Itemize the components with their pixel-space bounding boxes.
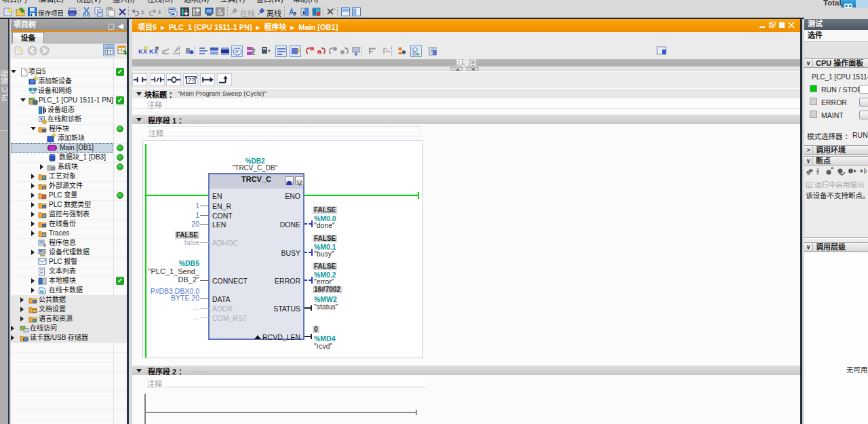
svg-text:??: ?? [188,77,195,83]
svg-text:K: K [149,48,154,55]
svg-text:±: ± [268,48,271,53]
svg-text:?: ? [293,11,297,17]
svg-text:x: x [318,51,320,55]
svg-text:K: K [138,48,143,55]
svg-text:±: ± [253,47,256,52]
svg-text:x: x [311,47,313,52]
svg-text:I: I [865,168,867,174]
svg-text:i: i [44,242,45,248]
